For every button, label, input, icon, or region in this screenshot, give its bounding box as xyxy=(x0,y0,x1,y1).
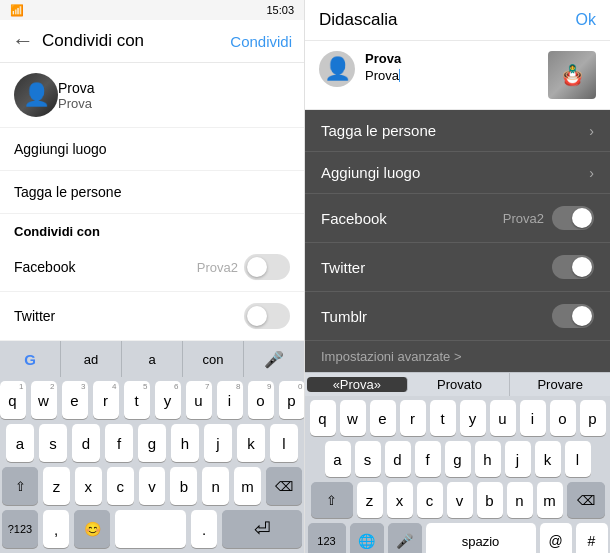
period-key-left[interactable]: . xyxy=(191,510,217,548)
facebook-toggle-right[interactable] xyxy=(552,206,594,230)
tumblr-toggle-right[interactable] xyxy=(552,304,594,328)
rkey-r[interactable]: r xyxy=(400,400,426,436)
menu-item-location[interactable]: Aggiungi luogo xyxy=(0,128,304,171)
caption-text-block: Prova Prova xyxy=(365,51,548,84)
key-b[interactable]: b xyxy=(170,467,197,505)
key-n[interactable]: n xyxy=(202,467,229,505)
suggestion-provato[interactable]: Provato xyxy=(410,373,511,396)
key-q[interactable]: q1 xyxy=(0,381,26,419)
return-key-left[interactable]: ⏎ xyxy=(222,510,302,548)
rat-key[interactable]: @ xyxy=(540,523,572,553)
rmic-key[interactable]: 🎤 xyxy=(388,523,422,553)
mic-button-left[interactable]: 🎤 xyxy=(244,341,304,377)
rkey-o[interactable]: o xyxy=(550,400,576,436)
rkey-q[interactable]: q xyxy=(310,400,336,436)
rkey-w[interactable]: w xyxy=(340,400,366,436)
rkey-f[interactable]: f xyxy=(415,441,441,477)
emoji-key-left[interactable]: 😊 xyxy=(74,510,110,548)
advanced-settings-link[interactable]: Impostazioni avanzate > xyxy=(305,341,610,372)
ok-button[interactable]: Ok xyxy=(576,11,596,29)
share-row-facebook: Facebook Prova2 xyxy=(0,243,304,292)
dropdown-item-location[interactable]: Aggiungi luogo › xyxy=(305,152,610,194)
rkey-e[interactable]: e xyxy=(370,400,396,436)
key-l[interactable]: l xyxy=(270,424,298,462)
caption-input[interactable]: Prova xyxy=(365,66,548,84)
key-y[interactable]: y6 xyxy=(155,381,181,419)
rkey-z[interactable]: z xyxy=(357,482,383,518)
comma-key-left[interactable]: , xyxy=(43,510,69,548)
caption-text: Prova xyxy=(365,68,399,83)
symbol-key-left[interactable]: ?123 xyxy=(2,510,38,548)
suggestion-a[interactable]: a xyxy=(122,341,183,377)
twitter-toggle-right[interactable] xyxy=(552,255,594,279)
twitter-toggle[interactable] xyxy=(244,303,290,329)
suggestion-ad[interactable]: ad xyxy=(61,341,122,377)
key-k[interactable]: k xyxy=(237,424,265,462)
key-s[interactable]: s xyxy=(39,424,67,462)
rkey-x[interactable]: x xyxy=(387,482,413,518)
rkey-t[interactable]: t xyxy=(430,400,456,436)
rshift-key[interactable]: ⇧ xyxy=(311,482,353,518)
key-v[interactable]: v xyxy=(139,467,166,505)
rglobe-key[interactable]: 🌐 xyxy=(350,523,384,553)
google-suggestion[interactable]: G xyxy=(0,341,61,377)
rkey-y[interactable]: y xyxy=(460,400,486,436)
key-row-2: a s d f g h j k l xyxy=(2,424,302,462)
key-f[interactable]: f xyxy=(105,424,133,462)
rkey-h[interactable]: h xyxy=(475,441,501,477)
key-u[interactable]: u7 xyxy=(186,381,212,419)
key-r[interactable]: r4 xyxy=(93,381,119,419)
share-button[interactable]: Condividi xyxy=(230,33,292,50)
rkey-k[interactable]: k xyxy=(535,441,561,477)
rkey-v[interactable]: v xyxy=(447,482,473,518)
facebook-toggle[interactable] xyxy=(244,254,290,280)
key-p[interactable]: p0 xyxy=(279,381,305,419)
suggestion-con[interactable]: con xyxy=(183,341,244,377)
key-a[interactable]: a xyxy=(6,424,34,462)
back-button[interactable]: ← xyxy=(12,28,34,54)
backspace-key-left[interactable]: ⌫ xyxy=(266,467,302,505)
key-o[interactable]: o9 xyxy=(248,381,274,419)
facebook-toggle-knob-right xyxy=(572,208,592,228)
key-t[interactable]: t5 xyxy=(124,381,150,419)
key-w[interactable]: w2 xyxy=(31,381,57,419)
caption-username: Prova xyxy=(365,51,548,66)
rkey-n[interactable]: n xyxy=(507,482,533,518)
key-x[interactable]: x xyxy=(75,467,102,505)
suggestion-prova-quoted[interactable]: «Prova» xyxy=(307,377,408,392)
rkey-i[interactable]: i xyxy=(520,400,546,436)
rkey-m[interactable]: m xyxy=(537,482,563,518)
rbackspace-key[interactable]: ⌫ xyxy=(567,482,605,518)
rkey-s[interactable]: s xyxy=(355,441,381,477)
rkey-b[interactable]: b xyxy=(477,482,503,518)
rkey-d[interactable]: d xyxy=(385,441,411,477)
rkey-a[interactable]: a xyxy=(325,441,351,477)
rkey-p[interactable]: p xyxy=(580,400,606,436)
rhash-key[interactable]: # xyxy=(576,523,608,553)
key-d[interactable]: d xyxy=(72,424,100,462)
rkey-g[interactable]: g xyxy=(445,441,471,477)
menu-item-tag[interactable]: Tagga le persone xyxy=(0,171,304,214)
key-c[interactable]: c xyxy=(107,467,134,505)
key-j[interactable]: j xyxy=(204,424,232,462)
rkey-c[interactable]: c xyxy=(417,482,443,518)
suggestions-row-left: G ad a con 🎤 xyxy=(0,341,304,377)
key-row-4: ?123 , 😊 . ⏎ xyxy=(2,510,302,548)
rkey-u[interactable]: u xyxy=(490,400,516,436)
key-i[interactable]: i8 xyxy=(217,381,243,419)
key-g[interactable]: g xyxy=(138,424,166,462)
dropdown-item-tag[interactable]: Tagga le persone › xyxy=(305,110,610,152)
rkey-j[interactable]: j xyxy=(505,441,531,477)
suggestion-provare[interactable]: Provare xyxy=(510,373,610,396)
rsymbol-key[interactable]: 123 xyxy=(308,523,346,553)
key-m[interactable]: m xyxy=(234,467,261,505)
rkey-l[interactable]: l xyxy=(565,441,591,477)
dropdown-facebook-label: Facebook xyxy=(321,210,387,227)
rspace-key[interactable]: spazio xyxy=(426,523,536,553)
key-e[interactable]: e3 xyxy=(62,381,88,419)
space-key-left[interactable] xyxy=(115,510,186,548)
key-h[interactable]: h xyxy=(171,424,199,462)
key-z[interactable]: z xyxy=(43,467,70,505)
shift-key-left[interactable]: ⇧ xyxy=(2,467,38,505)
user-row-left: 👤 Prova Prova xyxy=(0,63,304,128)
